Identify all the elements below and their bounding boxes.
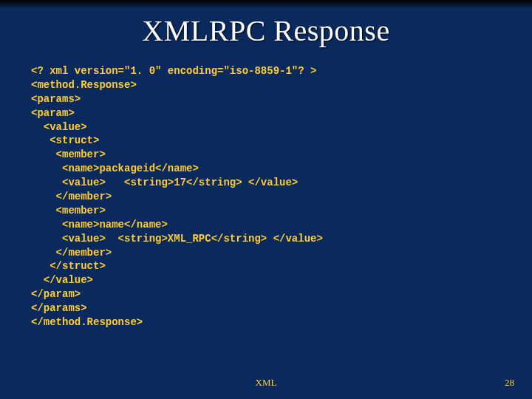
slide-content: XMLRPC Response <? xml version="1. 0" en… <box>0 0 532 330</box>
slide-title: XMLRPC Response <box>31 13 501 48</box>
footer-label: XML <box>0 377 532 389</box>
code-block: <? xml version="1. 0" encoding="iso-8859… <box>31 64 501 330</box>
top-gradient <box>0 0 532 9</box>
page-number: 28 <box>505 377 514 389</box>
